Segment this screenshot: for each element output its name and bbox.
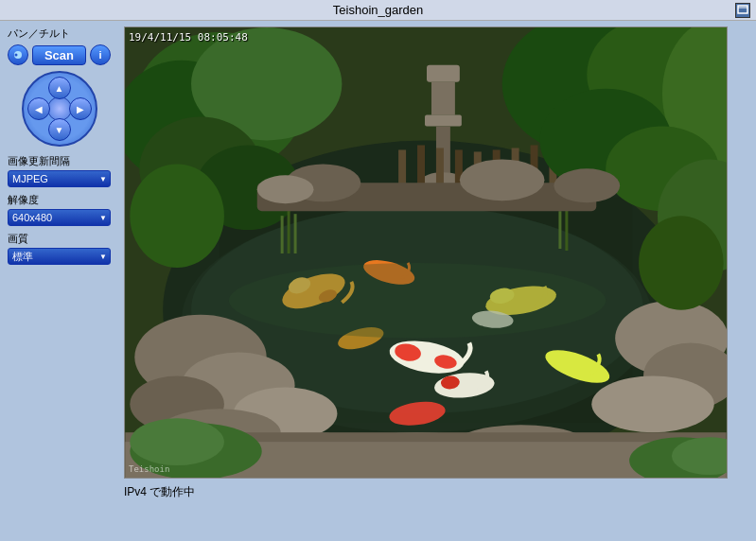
dpad-container: ▲ ◀ ▶ ▼ [8, 71, 111, 147]
svg-point-78 [130, 418, 224, 465]
svg-point-3 [15, 54, 18, 57]
window-title: Teishoin_garden [333, 3, 423, 17]
svg-rect-22 [425, 115, 462, 127]
main-content: パン／チルト Scan i ▲ ◀ ▶ ▼ 画像更新間隔 [0, 21, 756, 541]
svg-point-48 [130, 164, 224, 268]
image-refresh-label: 画像更新間隔 [8, 154, 111, 168]
svg-rect-20 [427, 65, 460, 82]
title-bar: Teishoin_garden [0, 0, 756, 21]
quality-section: 画質 標準 高 低 [8, 232, 111, 265]
svg-rect-49 [281, 216, 284, 253]
scan-area: Scan i [8, 44, 111, 65]
image-refresh-select[interactable]: MJPEG 1秒 5秒 10秒 [8, 170, 111, 187]
dpad-left-button[interactable]: ◀ [27, 97, 50, 120]
svg-point-19 [591, 375, 713, 432]
svg-point-73 [554, 168, 620, 202]
status-bar: IPv4 で動作中 [124, 484, 750, 500]
ipv4-status: IPv4 で動作中 [124, 485, 195, 498]
resolution-section: 解像度 640x480 320x240 160x120 [8, 193, 111, 226]
dpad-right-button[interactable]: ▶ [69, 97, 92, 120]
svg-point-69 [229, 263, 606, 339]
svg-rect-21 [431, 82, 455, 115]
quality-label: 画質 [8, 232, 111, 246]
resolution-select[interactable]: 640x480 320x240 160x120 [8, 209, 111, 226]
camera-feed: 19/4/11/15 08:05:48 [124, 26, 728, 479]
timestamp-overlay: 19/4/11/15 08:05:48 [129, 31, 248, 44]
dpad-up-button[interactable]: ▲ [48, 77, 71, 99]
image-refresh-section: 画像更新間隔 MJPEG 1秒 5秒 10秒 [8, 154, 111, 187]
svg-rect-50 [288, 211, 290, 253]
scan-info-button[interactable]: i [90, 44, 111, 65]
directional-pad: ▲ ◀ ▶ ▼ [22, 71, 97, 147]
camera-area: 19/4/11/15 08:05:48 [118, 21, 756, 541]
scan-button[interactable]: Scan [32, 45, 86, 65]
quality-wrapper: 標準 高 低 [8, 248, 111, 265]
svg-rect-52 [558, 211, 561, 249]
quality-select[interactable]: 標準 高 低 [8, 248, 111, 265]
dpad-down-button[interactable]: ▼ [48, 118, 71, 141]
svg-point-74 [257, 175, 314, 203]
pond-scene [125, 27, 727, 478]
pan-tilt-label: パン／チルト [8, 26, 111, 41]
svg-rect-0 [738, 6, 747, 13]
resolution-wrapper: 640x480 320x240 160x120 [8, 209, 111, 226]
svg-rect-51 [294, 214, 297, 253]
sidebar: パン／チルト Scan i ▲ ◀ ▶ ▼ 画像更新間隔 [0, 21, 118, 541]
svg-rect-53 [565, 208, 568, 251]
svg-point-42 [639, 216, 724, 310]
resolution-label: 解像度 [8, 193, 111, 207]
watermark: Teishoin [129, 464, 169, 474]
scan-left-button[interactable] [8, 44, 28, 65]
window-icon[interactable] [735, 3, 750, 18]
svg-point-72 [460, 159, 545, 201]
image-refresh-wrapper: MJPEG 1秒 5秒 10秒 [8, 170, 111, 187]
